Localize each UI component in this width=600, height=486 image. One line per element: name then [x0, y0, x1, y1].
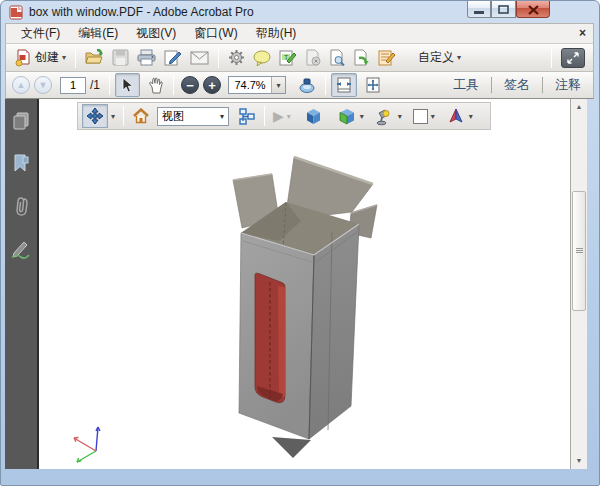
form-edit-icon	[378, 49, 396, 66]
export-pdf-button[interactable]	[349, 46, 374, 69]
vertical-scrollbar[interactable]: ▲ ▼	[570, 99, 587, 469]
create-pdf-icon	[14, 49, 32, 67]
previous-page-button[interactable]: ▲	[12, 76, 30, 94]
hand-tool-button[interactable]	[144, 74, 168, 97]
close-document-icon[interactable]: ×	[579, 26, 586, 40]
window-title: box with window.PDF - Adobe Acrobat Pro	[29, 5, 254, 19]
menu-window[interactable]: 窗口(W)	[185, 23, 246, 44]
close-button[interactable]	[516, 1, 550, 18]
minimize-icon	[474, 5, 484, 14]
print-icon	[137, 49, 156, 66]
zoom-in-icon: +	[208, 79, 216, 92]
save-icon	[112, 49, 129, 66]
toolbar-separator	[325, 75, 326, 95]
customize-button[interactable]: 自定义 ▾	[414, 46, 465, 69]
attachments-paperclip-icon[interactable]	[12, 195, 30, 217]
main-toolbar: 创建 ▾	[5, 44, 594, 72]
maximize-button[interactable]	[491, 1, 516, 18]
next-page-button[interactable]: ▼	[34, 76, 52, 94]
delete-pages-button[interactable]	[301, 46, 325, 69]
3d-box-model[interactable]	[39, 99, 570, 469]
save-button[interactable]	[108, 46, 133, 69]
sign-panel-button[interactable]: 签名	[492, 74, 542, 96]
menu-edit[interactable]: 编辑(E)	[69, 23, 127, 44]
expand-arrows-icon	[567, 52, 579, 64]
page-number-input[interactable]	[60, 77, 86, 94]
fit-page-button[interactable]	[361, 74, 385, 96]
menu-bar: 文件(F) 编辑(E) 视图(V) 窗口(W) 帮助(H) ×	[5, 23, 594, 44]
navigation-toolbar: ▲ ▼ /1 − + ▾	[5, 72, 594, 99]
create-pdf-button[interactable]: 创建 ▾	[10, 46, 70, 70]
minimize-button[interactable]	[467, 1, 491, 18]
menu-file[interactable]: 文件(F)	[12, 23, 69, 44]
page-display-button[interactable]	[294, 74, 320, 96]
content-area: ▾ 视图 ▾	[5, 99, 587, 469]
previous-page-icon: ▲	[17, 80, 26, 90]
zoom-out-icon: −	[186, 79, 194, 92]
document-pane[interactable]: ▾ 视图 ▾	[39, 99, 570, 469]
menu-help[interactable]: 帮助(H)	[247, 23, 306, 44]
customize-chevron-icon: ▾	[457, 53, 461, 62]
scrollbar-grip	[576, 248, 583, 249]
highlight-tool-button[interactable]: T	[275, 46, 301, 69]
create-label: 创建	[35, 49, 59, 66]
toolbar-separator	[218, 48, 219, 68]
fit-width-button[interactable]	[331, 73, 357, 97]
speech-bubble-icon	[253, 50, 271, 66]
axis-triad-icon	[74, 427, 100, 462]
customize-label: 自定义	[418, 49, 454, 66]
tools-panel-button[interactable]: 工具	[441, 74, 491, 96]
maximize-icon	[498, 5, 509, 14]
fit-page-icon	[365, 77, 381, 93]
zoom-out-button[interactable]: −	[181, 76, 199, 94]
create-chevron-icon: ▾	[62, 53, 66, 62]
sign-pencil-icon	[164, 49, 182, 66]
select-tool-button[interactable]	[115, 73, 140, 97]
zoom-level-input[interactable]	[229, 79, 271, 91]
zoom-dropdown-icon[interactable]: ▾	[271, 77, 285, 93]
search-page-button[interactable]	[325, 46, 349, 69]
email-button[interactable]	[186, 48, 213, 68]
menu-view[interactable]: 视图(V)	[127, 23, 185, 44]
fullscreen-toggle-button[interactable]	[561, 48, 585, 68]
toolbar-separator	[75, 48, 76, 68]
open-file-button[interactable]	[81, 46, 108, 69]
close-icon	[528, 5, 539, 15]
ink-bottle-icon	[298, 77, 316, 93]
scrollbar-thumb[interactable]	[572, 191, 586, 311]
next-page-icon: ▼	[39, 80, 48, 90]
highlighter-icon: T	[279, 49, 297, 66]
forms-tool-button[interactable]	[374, 46, 400, 69]
comment-panel-button[interactable]: 注释	[543, 74, 593, 96]
settings-button[interactable]	[224, 46, 249, 69]
title-bar[interactable]: box with window.PDF - Adobe Acrobat Pro	[1, 1, 599, 23]
gear-icon	[228, 49, 245, 66]
print-button[interactable]	[133, 46, 160, 69]
bookmarks-icon[interactable]	[12, 153, 30, 173]
fit-width-icon	[336, 77, 352, 93]
toolbar-separator	[173, 75, 174, 95]
hand-icon	[148, 77, 164, 94]
select-cursor-icon	[120, 77, 135, 93]
envelope-icon	[190, 51, 209, 65]
zoom-in-button[interactable]: +	[203, 76, 221, 94]
toolbar-separator	[551, 48, 552, 68]
box-bottom	[272, 437, 311, 458]
zoom-level-control[interactable]: ▾	[228, 76, 286, 94]
scroll-up-button[interactable]: ▲	[571, 99, 587, 115]
sign-document-button[interactable]	[160, 46, 186, 69]
page-search-icon	[329, 49, 345, 66]
page-thumbnails-icon[interactable]	[11, 111, 31, 131]
pdf-app-icon	[9, 5, 24, 20]
acrobat-window: box with window.PDF - Adobe Acrobat Pro …	[0, 0, 600, 486]
page-delete-icon	[305, 49, 321, 66]
box-right-face	[309, 224, 359, 439]
scroll-down-button[interactable]: ▼	[571, 453, 587, 469]
comment-tool-button[interactable]	[249, 47, 275, 69]
toolbar-separator	[109, 75, 110, 95]
page-count-label: /1	[90, 78, 100, 92]
page-export-icon	[353, 49, 370, 66]
signatures-icon[interactable]	[10, 239, 32, 259]
navigation-rail	[5, 99, 39, 469]
open-folder-icon	[85, 49, 104, 66]
